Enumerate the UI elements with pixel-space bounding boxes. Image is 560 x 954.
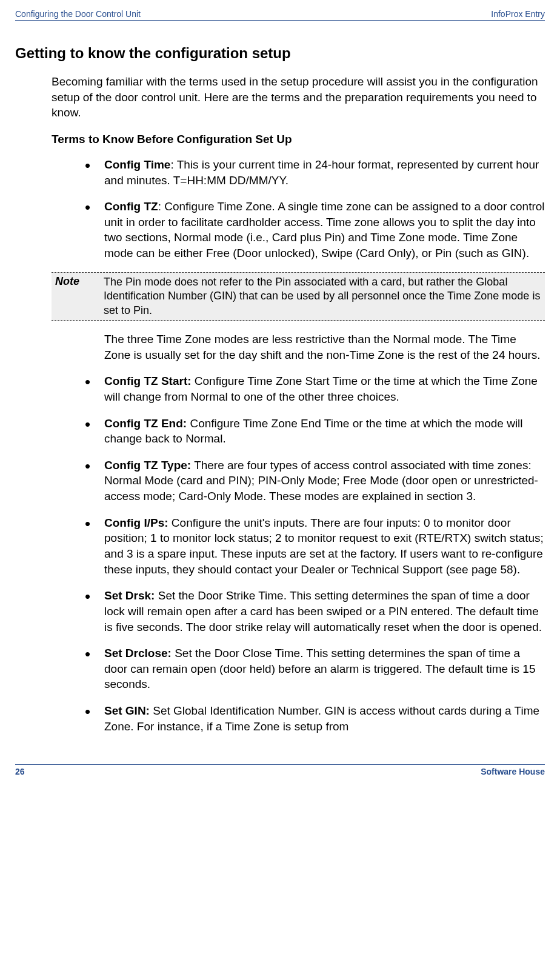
term-label: Set Drsk: [104, 589, 155, 602]
footer-company: Software House [481, 767, 545, 776]
term-item: Set Drclose: Set the Door Close Time. Th… [85, 645, 545, 692]
page-header: Configuring the Door Control Unit InfoPr… [15, 9, 545, 21]
term-label: Config I/Ps: [104, 516, 168, 529]
note-box: Note The Pin mode does not refer to the … [52, 272, 545, 321]
term-text: Configure Time Zone. A single time zone … [104, 200, 545, 259]
main-heading: Getting to know the configuration setup [15, 45, 545, 62]
term-text: Set Global Identification Number. GIN is… [104, 704, 539, 733]
term-item: Config Time: This is your current time i… [85, 157, 545, 188]
term-item: Config TZ End: Configure Time Zone End T… [85, 416, 545, 447]
term-text: Set the Door Strike Time. This setting d… [104, 589, 542, 633]
term-item: Config I/Ps: Configure the unit's inputs… [85, 515, 545, 578]
continued-paragraph: The three Time Zone modes are less restr… [104, 332, 545, 362]
term-label: Set Drclose: [104, 647, 172, 659]
term-label: Config TZ End: [104, 417, 187, 430]
header-product-name: InfoProx Entry [491, 9, 545, 19]
term-item: Set Drsk: Set the Door Strike Time. This… [85, 588, 545, 635]
terms-list-b: Config TZ Start: Configure Time Zone Sta… [85, 373, 545, 734]
term-label: Set GIN: [104, 704, 150, 717]
term-item: Config TZ: Configure Time Zone. A single… [85, 199, 545, 261]
document-page: Configuring the Door Control Unit InfoPr… [0, 0, 560, 789]
terms-list-a: Config Time: This is your current time i… [85, 157, 545, 261]
term-label: Config TZ Start: [104, 375, 192, 387]
page-number: 26 [15, 767, 25, 776]
term-label: Config TZ [104, 200, 158, 213]
term-label: Config TZ Type: [104, 459, 191, 472]
note-text: The Pin mode does not refer to the Pin a… [104, 275, 541, 318]
note-label: Note [55, 275, 104, 318]
term-sep: : [170, 158, 176, 171]
content-body: Becoming familiar with the terms used in… [52, 74, 545, 734]
term-item: Config TZ Type: There are four types of … [85, 458, 545, 504]
header-section-title: Configuring the Door Control Unit [15, 9, 141, 19]
term-sep: : [158, 200, 165, 213]
term-label: Config Time [104, 158, 170, 171]
term-item: Set GIN: Set Global Identification Numbe… [85, 703, 545, 734]
page-footer: 26 Software House [15, 764, 545, 776]
term-item: Config TZ Start: Configure Time Zone Sta… [85, 373, 545, 404]
sub-heading: Terms to Know Before Configuration Set U… [52, 133, 545, 146]
intro-paragraph: Becoming familiar with the terms used in… [52, 74, 545, 121]
